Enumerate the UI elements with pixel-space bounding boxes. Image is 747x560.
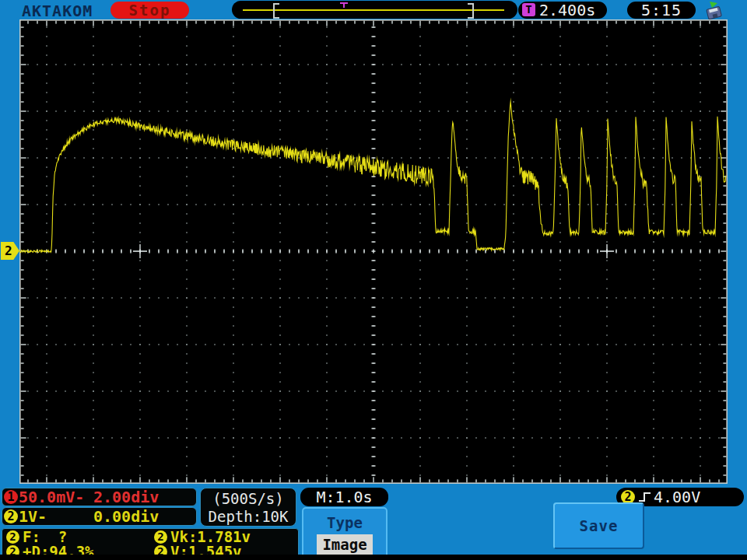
oscilloscope-screen: AKTAKOM Stop T 2.400s 5:15 2 1 50.0mV- 2… [0,0,747,560]
channel2-offset: 0.00div [93,508,159,526]
channel1-offset: 2.00div [93,488,159,506]
clock: 5:15 [627,2,696,19]
timebase-readout: M:1.0s [300,488,388,506]
stop-button[interactable]: Stop [110,2,189,19]
rising-edge-icon [638,491,652,503]
channel2-scale: 1V- [19,508,47,526]
trigger-delay-value: 2.400s [539,2,595,19]
trigger-position-marker-icon [339,2,349,9]
channel1-info-box: 1 50.0mV- 2.00div [2,488,197,506]
memory-depth: Depth:10K [201,508,296,525]
record-position-bar[interactable] [232,1,517,19]
storage-disk-icon [703,1,726,19]
trigger-delay-readout: T 2.400s [518,2,607,19]
menu-title: Type [303,514,386,531]
channel1-scale: 50.0mV- [19,488,84,506]
channel2-level-marker[interactable]: 2 [1,242,19,260]
measure-badge: 2 [6,530,19,544]
measure-badge: 2 [154,530,167,544]
channel2-info-box: 2 1V- 0.00div [2,507,197,526]
channel1-badge: 1 [4,490,18,504]
sample-rate: (500S/s) [201,490,296,507]
window-right-bracket [468,3,474,19]
trigger-t-icon: T [522,3,535,16]
record-position-line [243,9,504,11]
bottom-bezel [0,555,747,560]
trigger-level-value: 4.00V [654,488,700,506]
graticule-waveform-canvas [19,19,728,484]
acquisition-info-box: (500S/s) Depth:10K [200,488,296,527]
brand-logo: AKTAKOM [22,2,93,20]
menu-option-image[interactable]: Image [317,534,373,555]
save-button[interactable]: Save [553,502,644,549]
channel2-badge: 2 [4,509,18,523]
window-left-bracket [273,3,279,19]
save-type-menu: Type Image [302,507,388,560]
